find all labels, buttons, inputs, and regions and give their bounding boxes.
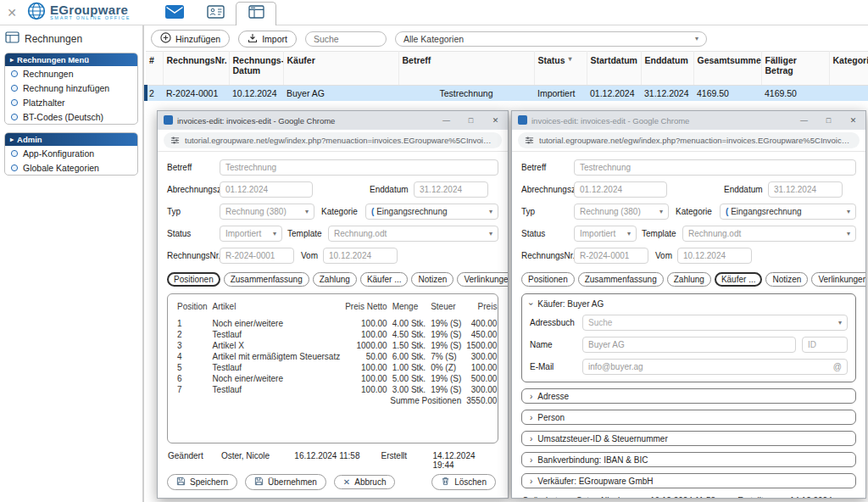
position-row[interactable]: 5Testlauf100.001.00 Stk.0% (Z)100.00 [175,362,498,373]
col-status[interactable]: Status▾ [534,52,587,86]
adressbuch-select[interactable]: Suche ▾ [582,315,848,331]
betreff-input[interactable]: Testrechnung [220,159,498,176]
vom-input[interactable]: 10.12.2024 [677,248,752,264]
col-end-date[interactable]: Enddatum [641,52,693,86]
minimize-icon[interactable]: — [792,111,816,130]
save-button[interactable]: Speichern [167,474,237,490]
maximize-icon[interactable]: □ [816,111,841,130]
tab-mail[interactable] [154,3,195,25]
sidebar-item-rechnung-hinzufuegen[interactable]: Rechnung hinzufügen [5,81,137,95]
sidebar-item-app-konfiguration[interactable]: App-Konfiguration [5,146,137,160]
filter-chevron-icon[interactable]: ▾ [569,55,572,63]
bullet-icon [10,98,19,107]
position-row[interactable]: 6Noch einer/weitere100.005.00 Stk.19% (S… [175,373,498,384]
kategorie-select[interactable]: ( Eingangsrechnung ▾ [720,204,856,220]
template-select[interactable]: Rechnung.odt▾ [328,226,498,242]
close-window-icon[interactable]: ✕ [483,111,508,130]
tab-invoices[interactable] [236,2,276,26]
position-row[interactable]: 4Artikel mit ermäßigtem Steuersatz50.006… [175,351,498,362]
section-umsatzsteuer[interactable]: › Umsatzsteuer-ID & Steuernummer [521,431,856,446]
url-field[interactable]: tutorial.egroupware.net/egw/index.php?me… [518,132,860,148]
col-total[interactable]: Gesamtsumme [693,52,761,86]
rechnungsnr-input[interactable]: R-2024-0001 [220,248,294,264]
sidebar-item-globale-kategorien[interactable]: Globale Kategorien [5,160,137,175]
rechnungsnr-label: RechnungsNr. [167,251,220,260]
typ-select[interactable]: Rechnung (380)▾ [220,204,314,220]
position-row[interactable]: 1Noch einer/weitere100.004.00 Stk.19% (S… [175,318,498,329]
col-invoice-date[interactable]: Rechnungs-Datum [229,52,283,86]
minimize-icon[interactable]: — [434,111,459,130]
window-favicon [164,113,173,128]
window-titlebar[interactable]: invoices-edit: invoices-edit - Google Ch… [158,111,508,130]
betreff-input[interactable]: Testrechnung [574,159,856,176]
tab-kaeufer[interactable]: Käufer ... [715,272,763,287]
col-subject[interactable]: Betreff [398,52,534,86]
buyer-name-input[interactable]: Buyer AG [582,337,796,353]
col-num[interactable]: # [146,52,163,86]
zeitraum-input[interactable]: 01.12.2024 [574,181,667,198]
buyer-email-input[interactable]: info@buyer.ag @ [582,359,848,375]
tab-verlinkungen[interactable]: Verlinkungen [811,272,865,287]
cancel-button[interactable]: ✕ Abbruch [334,475,396,489]
tab-addressbook[interactable] [195,3,236,25]
section-verkaeufer[interactable]: › Verkäufer: EGroupware GmbH [521,473,856,488]
tab-positionen[interactable]: Positionen [521,272,575,287]
window-titlebar[interactable]: invoices-edit: invoices-edit - Google Ch… [512,111,865,130]
position-cell: 4.00 Stk. [390,318,428,329]
sidebar-item-platzhalter[interactable]: Platzhalter [5,95,137,109]
position-cell: 7 [175,384,210,395]
buyer-id-input[interactable]: ID [802,337,848,353]
tab-kaeufer[interactable]: Käufer ... [360,272,409,287]
tab-zusammenfassung[interactable]: Zusammenfassung [224,272,309,287]
import-button[interactable]: Import [238,31,297,47]
tab-zahlung[interactable]: Zahlung [313,272,357,287]
section-person[interactable]: › Person [521,410,856,425]
tab-positionen[interactable]: Positionen [167,272,220,287]
enddatum-input[interactable]: 31.12.2024 [768,181,843,198]
rechnungsnr-input[interactable]: R-2024-0001 [574,248,648,264]
category-filter-select[interactable]: Alle Kategorien ▾ [395,31,707,47]
maximize-icon[interactable]: □ [459,111,483,130]
tab-zusammenfassung[interactable]: Zusammenfassung [578,272,664,287]
template-select[interactable]: Rechnung.odt▾ [682,226,856,242]
status-select[interactable]: Importiert▾ [220,226,282,242]
col-buyer[interactable]: Käufer [283,52,398,86]
tab-zahlung[interactable]: Zahlung [667,272,711,287]
col-invoice-no[interactable]: RechnungsNr. [163,52,229,86]
add-button[interactable]: Hinzufügen [151,30,230,47]
status-select[interactable]: Importiert▾ [574,226,637,242]
col-start-date[interactable]: Startdatum [587,52,641,86]
enddatum-input[interactable]: 31.12.2024 [414,181,488,198]
section-bankverbindung[interactable]: › Bankverbindung: IBAN & BIC [521,452,856,467]
url-field[interactable]: tutorial.egroupware.net/egw/index.php?me… [164,132,502,148]
menu-section-rechnungen-header[interactable]: ▸ Rechnungen Menü [5,53,137,66]
search-input[interactable] [305,31,387,47]
close-window-icon[interactable]: ✕ [841,111,865,130]
tab-notizen[interactable]: Notizen [765,272,808,287]
section-adresse[interactable]: › Adresse [521,388,856,404]
kategorie-select[interactable]: ( Eingangsrechnung ▾ [365,204,498,220]
close-icon[interactable]: ✕ [0,6,24,20]
apply-button[interactable]: Übernehmen [245,474,326,490]
tab-verlinkungen[interactable]: Verlinkungen [457,272,508,287]
menu-section-admin-header[interactable]: ▸ Admin [5,133,137,146]
cancel-icon: ✕ [343,478,350,487]
position-row[interactable]: 2Testlauf100.004.50 Stk.19% (S)450.00 [175,329,498,340]
typ-select[interactable]: Rechnung (380)▾ [574,204,669,220]
sidebar-item-bt-codes[interactable]: BT-Codes (Deutsch) [5,109,137,124]
col-amount-due[interactable]: Fälliger Betrag [761,52,829,86]
pos-col-preis-netto: Preis Netto [342,301,389,318]
position-row[interactable]: 7Testlauf100.003.00 Stk.19% (S)300.00 [175,384,498,395]
zeitraum-input[interactable]: 01.12.2024 [220,181,313,198]
tab-notizen[interactable]: Notizen [411,272,453,287]
edit-tabs: Positionen Zusammenfassung Zahlung Käufe… [521,272,856,287]
buyer-group-header[interactable]: › Käufer: Buyer AG [530,299,848,309]
col-category[interactable]: Kategorie [829,52,868,86]
delete-button[interactable]: Löschen [431,474,496,490]
invoice-row[interactable]: 2 R-2024-0001 10.12.2024 Buyer AG Testre… [146,86,868,102]
position-cell: Testlauf [210,362,343,373]
position-row[interactable]: 3Artikel X1000.001.50 Stk.19% (S)1500.00 [175,340,498,351]
window-title: invoices-edit: invoices-edit - Google Ch… [531,116,787,126]
sidebar-item-rechnungen[interactable]: Rechnungen [5,66,137,81]
vom-input[interactable]: 10.12.2024 [323,248,398,264]
